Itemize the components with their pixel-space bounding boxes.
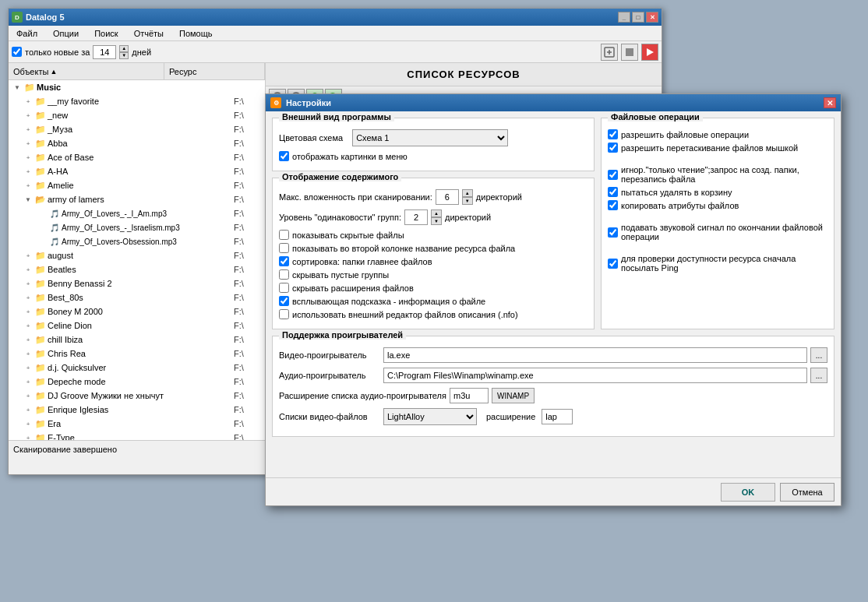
audio-browse-btn[interactable]: ... <box>810 368 827 383</box>
ignore-readonly-checkbox[interactable] <box>608 170 618 180</box>
list-item[interactable]: + 📁 E-Type F:\ <box>9 431 265 440</box>
sound-on-finish-checkbox[interactable] <box>608 227 618 238</box>
days-input[interactable] <box>93 45 116 59</box>
allow-drag-drop-checkbox[interactable] <box>608 143 618 153</box>
item-toggle[interactable]: + <box>23 404 34 415</box>
new-only-checkbox[interactable] <box>12 47 22 57</box>
max-depth-up[interactable]: ▲ <box>462 189 473 197</box>
list-item[interactable]: + 📁 Abba F:\ <box>9 136 265 150</box>
item-toggle[interactable]: + <box>23 180 34 191</box>
item-toggle[interactable]: + <box>23 110 34 121</box>
item-toggle[interactable]: + <box>23 278 34 289</box>
list-item[interactable]: ▼ 📂 army of lamers F:\ <box>9 192 265 206</box>
menu-file[interactable]: Файл <box>12 27 42 40</box>
days-spinner[interactable]: ▲ ▼ <box>119 45 129 59</box>
item-toggle[interactable]: + <box>23 292 34 303</box>
list-item[interactable]: + 📁 d.j. Quicksulver F:\ <box>9 361 265 375</box>
maximize-button[interactable]: □ <box>632 12 644 23</box>
use-recycle-checkbox[interactable] <box>608 187 618 197</box>
list-item[interactable]: + 📁 Ace of Base F:\ <box>9 150 265 164</box>
ping-first-checkbox[interactable] <box>608 259 618 269</box>
hide-extensions-checkbox[interactable] <box>279 283 289 293</box>
audio-ext-input[interactable] <box>450 388 489 403</box>
list-item[interactable]: + 📁 Celine Dion F:\ <box>9 319 265 333</box>
stop-btn[interactable] <box>621 44 638 61</box>
item-toggle[interactable]: + <box>23 432 34 440</box>
item-toggle[interactable]: + <box>23 138 34 149</box>
item-toggle[interactable]: + <box>23 362 34 373</box>
list-item[interactable]: + 📁 _Муза F:\ <box>9 122 265 136</box>
close-button[interactable]: ✕ <box>646 12 658 23</box>
menu-search[interactable]: Поиск <box>90 27 122 40</box>
days-up[interactable]: ▲ <box>119 45 129 52</box>
list-item[interactable]: 🎵 Army_Of_Lovers_-_I_Am.mp3 F:\ <box>9 206 265 220</box>
item-toggle[interactable]: + <box>23 250 34 261</box>
item-toggle[interactable]: + <box>23 390 34 401</box>
video-player-input[interactable] <box>383 347 807 363</box>
max-depth-spinner[interactable]: ▲ ▼ <box>462 189 473 205</box>
list-item[interactable]: + 📁 Chris Rea F:\ <box>9 347 265 361</box>
show-resource-name-checkbox[interactable] <box>279 243 289 253</box>
root-toggle[interactable]: ▼ <box>12 82 23 93</box>
menu-help[interactable]: Помощь <box>175 27 217 40</box>
minimize-button[interactable]: _ <box>618 12 630 23</box>
similarity-down[interactable]: ▼ <box>431 217 442 225</box>
similarity-input[interactable] <box>404 209 428 225</box>
use-nfo-editor-checkbox[interactable] <box>279 309 289 319</box>
item-toggle[interactable]: + <box>23 320 34 331</box>
list-item[interactable]: + 📁 A-HA F:\ <box>9 164 265 178</box>
file-tree[interactable]: ▼ 📁 Music + 📁 __my favorite F:\ + 📁 _new <box>9 80 265 440</box>
menu-reports[interactable]: Отчёты <box>129 27 168 40</box>
go-btn[interactable] <box>641 44 658 61</box>
video-ext-input[interactable] <box>542 409 573 424</box>
tooltip-info-checkbox[interactable] <box>279 296 289 306</box>
item-toggle[interactable]: + <box>23 96 34 107</box>
video-list-select[interactable]: LightAlloy <box>383 408 477 425</box>
similarity-up[interactable]: ▲ <box>431 209 442 217</box>
item-toggle[interactable]: + <box>23 306 34 317</box>
days-down[interactable]: ▼ <box>119 52 129 59</box>
list-item[interactable]: 🎵 Army_Of_Lovers-Obsession.mp3 F:\ <box>9 234 265 248</box>
ok-button[interactable]: OK <box>721 483 775 502</box>
list-item[interactable]: + 📁 Best_80s F:\ <box>9 290 265 305</box>
max-depth-input[interactable] <box>436 189 459 205</box>
list-item[interactable]: + 📁 _new F:\ <box>9 108 265 122</box>
list-item[interactable]: + 📁 Boney M 2000 F:\ <box>9 305 265 319</box>
show-hidden-checkbox[interactable] <box>279 230 289 240</box>
similarity-spinner[interactable]: ▲ ▼ <box>431 209 442 225</box>
list-item[interactable]: + 📁 DJ Groove Мужики не хнычут F:\ <box>9 389 265 403</box>
hide-empty-groups-checkbox[interactable] <box>279 269 289 280</box>
item-toggle[interactable]: + <box>23 348 34 359</box>
item-toggle[interactable]: + <box>23 152 34 163</box>
dialog-close-button[interactable]: ✕ <box>824 97 836 108</box>
color-scheme-select[interactable]: Схема 1 <box>352 129 508 146</box>
show-icons-checkbox[interactable] <box>279 151 289 161</box>
tree-root[interactable]: ▼ 📁 Music <box>9 80 265 94</box>
list-item[interactable]: + 📁 Depeche mode F:\ <box>9 375 265 389</box>
item-toggle-expanded[interactable]: ▼ <box>23 194 34 205</box>
item-toggle[interactable]: + <box>23 418 34 429</box>
list-item[interactable]: + 📁 Beatles F:\ <box>9 262 265 276</box>
item-toggle[interactable]: + <box>23 166 34 177</box>
list-item[interactable]: + 📁 Enrique Iglesias F:\ <box>9 403 265 417</box>
list-item[interactable]: + 📁 august F:\ <box>9 248 265 262</box>
cancel-button[interactable]: Отмена <box>780 483 834 502</box>
scan-btn[interactable] <box>601 44 618 61</box>
item-toggle[interactable]: + <box>23 264 34 275</box>
copy-attrs-checkbox[interactable] <box>608 200 618 210</box>
item-toggle[interactable]: + <box>23 124 34 135</box>
menu-options[interactable]: Опции <box>48 27 83 40</box>
audio-player-input[interactable] <box>383 368 807 383</box>
list-item[interactable]: + 📁 Amelie F:\ <box>9 178 265 192</box>
list-item[interactable]: + 📁 Benny Benassi 2 F:\ <box>9 276 265 290</box>
item-toggle[interactable]: + <box>23 376 34 387</box>
video-browse-btn[interactable]: ... <box>810 347 827 363</box>
item-toggle[interactable]: + <box>23 334 34 345</box>
list-item[interactable]: + 📁 Era F:\ <box>9 417 265 431</box>
max-depth-down[interactable]: ▼ <box>462 197 473 205</box>
folders-first-checkbox[interactable] <box>279 256 289 266</box>
list-item[interactable]: + 📁 chill Ibiza F:\ <box>9 333 265 347</box>
winamp-button[interactable]: WINAMP <box>492 388 535 403</box>
list-item[interactable]: + 📁 __my favorite F:\ <box>9 94 265 108</box>
list-item[interactable]: 🎵 Army_Of_Lovers_-_Israelism.mp3 F:\ <box>9 220 265 234</box>
